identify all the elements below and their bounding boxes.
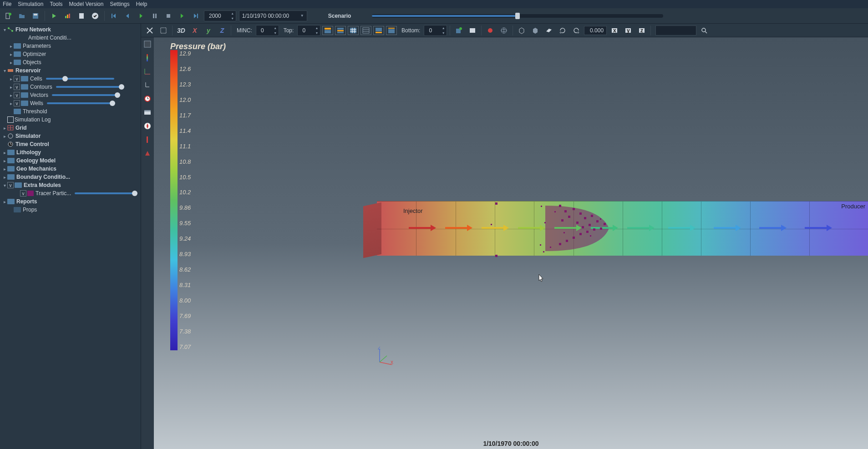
fit-y-button[interactable]: y xyxy=(622,25,634,36)
tree-reports[interactable]: ▸ Reports xyxy=(0,197,141,206)
menu-help[interactable]: Help xyxy=(136,1,147,7)
l-shape-icon[interactable] xyxy=(142,80,152,90)
cube-2-button[interactable] xyxy=(529,25,541,36)
tree-wells[interactable]: ▸v Wells xyxy=(0,99,141,107)
cross-axes-button[interactable] xyxy=(144,25,156,36)
menu-model-version[interactable]: Model Version xyxy=(69,1,103,7)
fit-x-button[interactable]: x xyxy=(609,25,620,36)
search-button[interactable] xyxy=(698,25,710,36)
layer-button-2[interactable] xyxy=(335,26,346,35)
contours-opacity-slider[interactable] xyxy=(56,86,124,88)
run-button[interactable] xyxy=(49,10,60,21)
rotate-cw-button[interactable] xyxy=(557,25,569,36)
new-file-button[interactable] xyxy=(3,10,14,21)
play-button[interactable] xyxy=(136,10,147,21)
stop-button[interactable] xyxy=(163,10,174,21)
tree-tracer[interactable]: v Tracer Partic... xyxy=(0,189,141,197)
axis-x-button[interactable]: X xyxy=(189,25,201,35)
top-spinner[interactable]: 0 ▲▼ xyxy=(297,25,320,36)
tree-cells[interactable]: ▸v Cells xyxy=(0,75,141,83)
tree-props[interactable]: Props xyxy=(0,206,141,214)
bottom-value[interactable]: 0 xyxy=(424,27,440,34)
tree-flow-network[interactable]: ▾ Flow Network xyxy=(0,25,141,34)
tree-simlog[interactable]: Simulation Log xyxy=(0,116,141,124)
tree-geomech[interactable]: ▸ Geo Mechanics xyxy=(0,165,141,173)
wells-opacity-slider[interactable] xyxy=(47,102,115,104)
compass-icon[interactable] xyxy=(142,121,152,131)
skip-last-button[interactable] xyxy=(190,10,201,21)
timeline-slider[interactable] xyxy=(372,14,663,18)
rotate-ccw-button[interactable] xyxy=(570,25,582,36)
tree-objects[interactable]: ▸ Objects xyxy=(0,58,141,66)
open-file-button[interactable] xyxy=(16,10,27,21)
globe-button[interactable] xyxy=(498,25,510,36)
step-back-button[interactable] xyxy=(122,10,133,21)
tree-lithology[interactable]: ▸ Lithology xyxy=(0,148,141,156)
sidebar-tree[interactable]: ▾ Flow Network Ambient Conditi... ▸ Para… xyxy=(0,24,141,449)
tree-reservoir[interactable]: ▾ Reservoir xyxy=(0,66,141,75)
skip-first-button[interactable] xyxy=(108,10,119,21)
document-button[interactable] xyxy=(76,10,87,21)
spin-down-icon[interactable]: ▼ xyxy=(229,16,236,21)
tree-boundary[interactable]: ▸ Boundary Conditio... xyxy=(0,173,141,181)
record-button[interactable] xyxy=(484,25,496,36)
menu-file[interactable]: File xyxy=(3,1,11,7)
tree-parameters[interactable]: ▸ Parameters xyxy=(0,42,141,50)
3d-button[interactable]: 3D xyxy=(175,25,187,35)
pause-button[interactable] xyxy=(149,10,160,21)
triangle-icon[interactable] xyxy=(142,148,152,158)
menu-tools[interactable]: Tools xyxy=(50,1,62,7)
tracer-opacity-slider[interactable] xyxy=(75,192,137,194)
cells-opacity-slider[interactable] xyxy=(46,78,114,80)
fit-z-button[interactable]: z xyxy=(636,25,648,36)
rainbow-icon[interactable] xyxy=(142,53,152,63)
tree-threshold[interactable]: Threshold xyxy=(0,107,141,116)
tree-grid[interactable]: ▸ Grid xyxy=(0,124,141,132)
layer-button-3[interactable] xyxy=(373,26,384,35)
select-button[interactable] xyxy=(157,25,169,36)
tree-extra[interactable]: ▾v Extra Modules xyxy=(0,181,141,189)
axis-z-button[interactable]: Z xyxy=(216,25,228,35)
tree-contours[interactable]: ▸v Contours xyxy=(0,83,141,91)
layer-button-1[interactable] xyxy=(322,26,333,35)
svg-rect-43 xyxy=(388,28,395,29)
cube-add-button[interactable] xyxy=(453,25,465,36)
menu-settings[interactable]: Settings xyxy=(110,1,129,7)
zoom-value[interactable]: 0.000 xyxy=(584,26,607,35)
3d-viewport[interactable]: Pressure (bar) 12.912.6 12.312.0 11.711.… xyxy=(154,37,868,449)
tree-simulator[interactable]: ▸ Simulator xyxy=(0,132,141,140)
spin-up-icon[interactable]: ▲ xyxy=(229,11,236,16)
datetime-dropdown[interactable]: 1/10/1970 00:00:00 ▼ xyxy=(239,10,307,21)
book-button[interactable] xyxy=(467,25,478,36)
tree-vectors[interactable]: ▸v Vectors xyxy=(0,91,141,99)
grid-button[interactable] xyxy=(348,26,359,35)
menu-simulation[interactable]: Simulation xyxy=(18,1,43,7)
red-bar-icon[interactable] xyxy=(142,135,152,145)
timeline-thumb[interactable] xyxy=(515,13,520,19)
chart-button[interactable] xyxy=(62,10,73,21)
card-icon[interactable] xyxy=(142,107,152,117)
colorbar-toggle-icon[interactable] xyxy=(142,39,152,49)
bottom-spinner[interactable]: 0 ▲▼ xyxy=(424,25,447,36)
search-input[interactable] xyxy=(655,25,696,35)
layer-button-4[interactable] xyxy=(386,26,397,35)
timestep-value[interactable]: 2000 xyxy=(204,13,229,19)
tree-time-control[interactable]: Time Control xyxy=(0,140,141,148)
check-button[interactable] xyxy=(90,10,101,21)
minc-spinner[interactable]: 0 ▲▼ xyxy=(256,25,279,36)
step-forward-button[interactable] xyxy=(177,10,188,21)
cube-1-button[interactable] xyxy=(516,25,528,36)
vectors-opacity-slider[interactable] xyxy=(52,94,120,96)
clock-icon[interactable] xyxy=(142,94,152,104)
tree-optimizer[interactable]: ▸ Optimizer xyxy=(0,50,141,58)
save-button[interactable] xyxy=(30,10,41,21)
tree-geology[interactable]: ▸ Geology Model xyxy=(0,156,141,165)
axes-toggle-icon[interactable] xyxy=(142,66,152,76)
axis-y-button[interactable]: y xyxy=(203,25,214,35)
timestep-spinner[interactable]: 2000 ▲▼ xyxy=(204,10,236,21)
minc-value[interactable]: 0 xyxy=(256,27,272,34)
top-value[interactable]: 0 xyxy=(298,27,314,34)
wireframe-button[interactable] xyxy=(360,26,371,35)
tree-ambient[interactable]: Ambient Conditi... xyxy=(0,34,141,42)
sheet-button[interactable] xyxy=(543,25,555,36)
